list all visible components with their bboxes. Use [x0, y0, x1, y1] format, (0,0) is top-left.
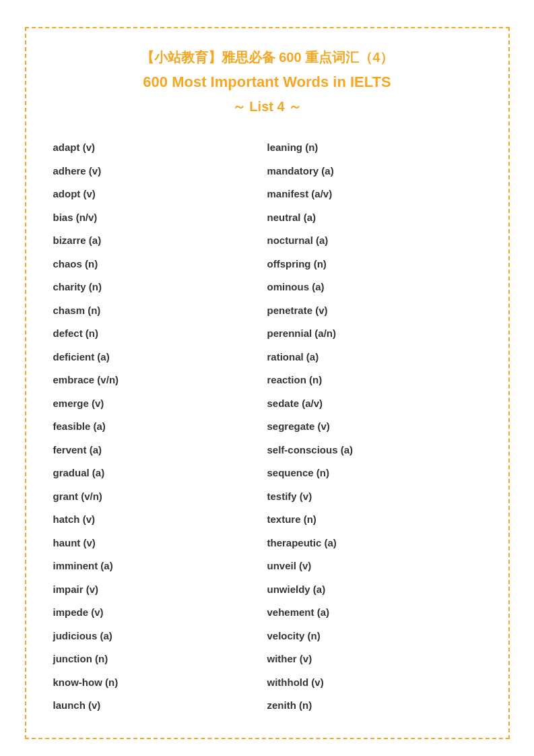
- word-right: self-conscious (a): [267, 439, 481, 462]
- word-left: feasible (a): [53, 415, 267, 439]
- word-right: rational (a): [267, 346, 481, 369]
- word-right: nocturnal (a): [267, 229, 481, 253]
- word-right: sequence (n): [267, 462, 481, 485]
- word-right: texture (n): [267, 508, 481, 532]
- title-list: ～ List 4 ～: [53, 98, 481, 116]
- word-left: fervent (a): [53, 439, 267, 462]
- word-grid: adapt (v)leaning (n)adhere (v)mandatory …: [53, 136, 481, 718]
- word-right: reaction (n): [267, 369, 481, 392]
- word-left: chaos (n): [53, 253, 267, 276]
- word-left: judicious (a): [53, 625, 267, 648]
- word-left: know-how (n): [53, 671, 267, 695]
- word-right: therapeutic (a): [267, 532, 481, 555]
- word-left: adapt (v): [53, 136, 267, 160]
- word-right: sedate (a/v): [267, 392, 481, 416]
- word-left: adopt (v): [53, 183, 267, 206]
- word-right: vehement (a): [267, 601, 481, 625]
- word-left: emerge (v): [53, 392, 267, 416]
- word-right: velocity (n): [267, 625, 481, 648]
- word-left: embrace (v/n): [53, 369, 267, 392]
- title-chinese: 【小站教育】雅思必备 600 重点词汇（4）: [53, 49, 481, 67]
- word-right: offspring (n): [267, 253, 481, 276]
- word-right: manifest (a/v): [267, 183, 481, 206]
- word-right: penetrate (v): [267, 299, 481, 323]
- word-left: grant (v/n): [53, 485, 267, 509]
- word-left: chasm (n): [53, 299, 267, 323]
- word-right: ominous (a): [267, 276, 481, 299]
- main-container: 【小站教育】雅思必备 600 重点词汇（4） 600 Most Importan…: [25, 27, 510, 739]
- word-left: gradual (a): [53, 462, 267, 485]
- word-right: wither (v): [267, 648, 481, 671]
- word-left: imminent (a): [53, 555, 267, 578]
- title-english: 600 Most Important Words in IELTS: [53, 73, 481, 91]
- word-right: perennial (a/n): [267, 322, 481, 346]
- word-left: junction (n): [53, 648, 267, 671]
- word-right: leaning (n): [267, 136, 481, 160]
- word-left: charity (n): [53, 276, 267, 299]
- word-left: impair (v): [53, 578, 267, 602]
- word-right: withhold (v): [267, 671, 481, 695]
- word-left: adhere (v): [53, 160, 267, 183]
- word-left: bias (n/v): [53, 206, 267, 230]
- word-left: launch (v): [53, 694, 267, 718]
- header: 【小站教育】雅思必备 600 重点词汇（4） 600 Most Importan…: [53, 49, 481, 116]
- word-right: segregate (v): [267, 415, 481, 439]
- word-right: zenith (n): [267, 694, 481, 718]
- word-left: haunt (v): [53, 532, 267, 555]
- word-left: hatch (v): [53, 508, 267, 532]
- word-right: neutral (a): [267, 206, 481, 230]
- word-right: testify (v): [267, 485, 481, 509]
- word-right: unwieldy (a): [267, 578, 481, 602]
- word-left: impede (v): [53, 601, 267, 625]
- word-left: deficient (a): [53, 346, 267, 369]
- word-right: mandatory (a): [267, 160, 481, 183]
- word-left: bizarre (a): [53, 229, 267, 253]
- word-right: unveil (v): [267, 555, 481, 578]
- word-left: defect (n): [53, 322, 267, 346]
